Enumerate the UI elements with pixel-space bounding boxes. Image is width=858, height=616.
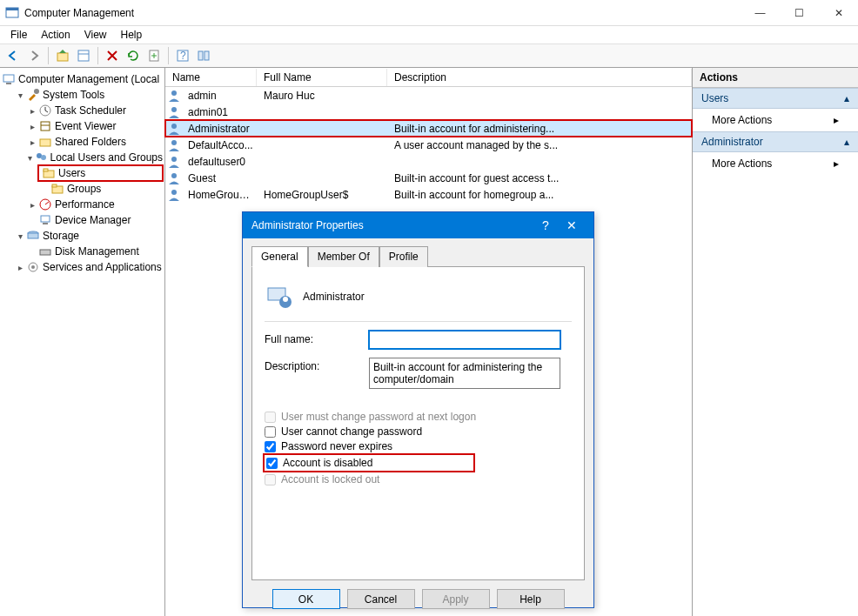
tab-member-of[interactable]: Member Of: [308, 246, 379, 267]
tree-system-tools[interactable]: ▾System Tools: [14, 87, 163, 103]
checkbox-account-disabled[interactable]: Account is disabled: [265, 455, 473, 471]
tree-root[interactable]: Computer Management (Local: [2, 71, 163, 87]
window-title: Computer Management: [24, 7, 741, 19]
actions-more-users[interactable]: More Actions▸: [693, 109, 858, 131]
user-icon: [167, 171, 181, 185]
svg-rect-20: [44, 169, 48, 171]
services-icon: [26, 260, 40, 274]
user-large-icon: [265, 283, 292, 311]
checkbox-locked-out: Account is locked out: [265, 473, 572, 485]
svg-rect-10: [3, 75, 14, 82]
toolbar: ?: [0, 44, 858, 68]
checkbox-cannot-change[interactable]: User cannot change password: [265, 425, 572, 438]
refresh-button[interactable]: [124, 46, 143, 65]
svg-rect-16: [40, 139, 50, 146]
svg-rect-3: [78, 50, 89, 61]
computer-icon: [2, 72, 16, 86]
svg-rect-22: [52, 184, 57, 187]
show-hide-button[interactable]: [194, 46, 213, 65]
close-button[interactable]: ✕: [819, 0, 858, 25]
user-row[interactable]: adminMauro Huc: [165, 87, 692, 104]
user-row[interactable]: defaultuser0: [165, 153, 692, 170]
svg-point-34: [171, 140, 177, 145]
svg-point-31: [171, 90, 177, 96]
chevron-right-icon: ▸: [834, 157, 839, 170]
description-input[interactable]: [369, 358, 560, 389]
up-button[interactable]: [53, 46, 72, 65]
tools-icon: [26, 88, 40, 102]
tree-event-viewer[interactable]: ▸Event Viewer: [26, 118, 163, 134]
checkbox-never-expires[interactable]: Password never expires: [265, 440, 572, 452]
tree-shared-folders[interactable]: ▸Shared Folders: [26, 134, 163, 150]
ok-button[interactable]: OK: [272, 589, 340, 609]
dialog-titlebar[interactable]: Administrator Properties ? ✕: [243, 212, 593, 238]
tab-profile[interactable]: Profile: [379, 246, 428, 267]
svg-rect-1: [6, 8, 18, 10]
cell-name: admin: [183, 90, 258, 102]
svg-rect-27: [28, 233, 38, 238]
cell-name: defaultuser0: [183, 156, 258, 168]
user-row[interactable]: AdministratorBuilt-in account for admini…: [165, 120, 692, 137]
tree-storage[interactable]: ▾Storage: [14, 228, 163, 244]
user-row[interactable]: HomeGroup...HomeGroupUser$Built-in accou…: [165, 186, 692, 203]
menu-action[interactable]: Action: [34, 27, 77, 43]
menu-file[interactable]: File: [3, 27, 34, 43]
cell-fullname: HomeGroupUser$: [258, 189, 389, 201]
cell-description: Built-in account for homegroup a...: [389, 189, 692, 201]
column-name[interactable]: Name: [165, 69, 257, 86]
tree-users[interactable]: Users: [38, 165, 163, 181]
folder-icon: [50, 182, 64, 196]
disk-icon: [38, 244, 52, 258]
tree-device-manager[interactable]: Device Manager: [26, 212, 163, 228]
svg-point-30: [31, 265, 35, 269]
apply-button[interactable]: Apply: [422, 589, 490, 609]
actions-panel: Actions Users▴ More Actions▸ Administrat…: [693, 68, 858, 616]
tree-local-users-groups[interactable]: ▾Local Users and Groups: [26, 150, 163, 165]
back-button[interactable]: [3, 46, 23, 65]
tab-general[interactable]: General: [251, 246, 308, 267]
user-icon: [167, 188, 181, 202]
export-button[interactable]: [144, 46, 164, 65]
forward-button[interactable]: [24, 46, 44, 65]
properties-dialog: Administrator Properties ? ✕ General Mem…: [242, 211, 594, 608]
maximize-button[interactable]: ☐: [780, 0, 819, 25]
dialog-title: Administrator Properties: [251, 219, 533, 231]
cancel-button[interactable]: Cancel: [347, 589, 415, 609]
actions-section-administrator[interactable]: Administrator▴: [693, 131, 858, 152]
actions-section-users[interactable]: Users▴: [693, 88, 858, 109]
column-description[interactable]: Description: [387, 69, 692, 86]
svg-point-35: [171, 157, 177, 162]
fullname-input[interactable]: [369, 331, 560, 349]
tree-groups[interactable]: Groups: [38, 181, 163, 197]
description-label: Description:: [265, 358, 369, 372]
svg-point-12: [34, 89, 39, 94]
user-row[interactable]: GuestBuilt-in account for guest access t…: [165, 170, 692, 186]
tree-services-apps[interactable]: ▸Services and Applications: [14, 259, 163, 275]
dialog-close-button[interactable]: ✕: [559, 218, 585, 232]
svg-text:?: ?: [180, 50, 186, 62]
properties-button[interactable]: [74, 46, 93, 65]
svg-rect-28: [40, 250, 50, 255]
cell-name: Guest: [183, 172, 258, 184]
menu-view[interactable]: View: [77, 27, 114, 43]
tree-disk-management[interactable]: Disk Management: [26, 244, 163, 259]
user-row[interactable]: admin01: [165, 104, 692, 120]
minimize-button[interactable]: —: [741, 0, 780, 25]
dialog-help-button[interactable]: ?: [533, 218, 559, 232]
cell-description: Built-in account for administering...: [389, 123, 692, 135]
help-button[interactable]: Help: [497, 589, 565, 609]
menu-help[interactable]: Help: [114, 27, 150, 43]
user-icon: [167, 155, 181, 169]
user-row[interactable]: DefaultAcco...A user account managed by …: [165, 137, 692, 153]
delete-button[interactable]: [103, 46, 122, 65]
user-icon: [167, 138, 181, 152]
svg-rect-25: [43, 223, 48, 224]
tree-performance[interactable]: ▸Performance: [26, 197, 163, 212]
help-button[interactable]: ?: [173, 46, 192, 65]
performance-icon: [38, 198, 52, 211]
tree-task-scheduler[interactable]: ▸Task Scheduler: [26, 103, 163, 118]
column-fullname[interactable]: Full Name: [257, 69, 387, 86]
actions-more-administrator[interactable]: More Actions▸: [693, 152, 858, 175]
svg-rect-24: [41, 216, 50, 222]
storage-icon: [26, 229, 40, 243]
